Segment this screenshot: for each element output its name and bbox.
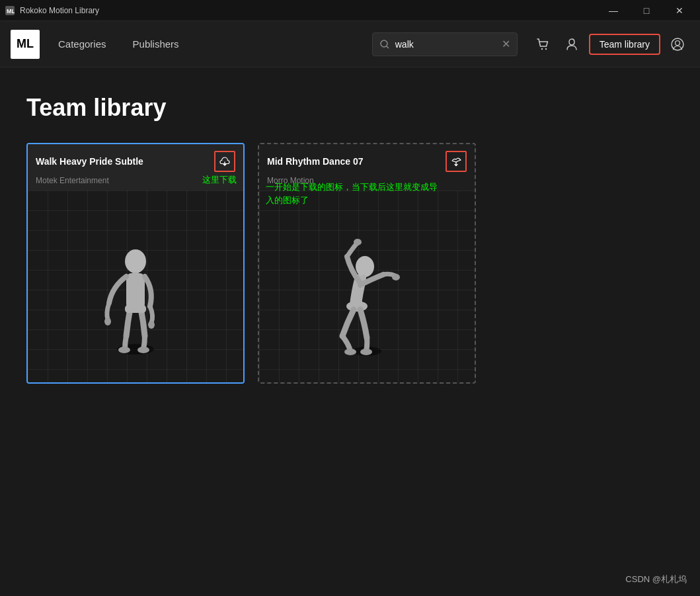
- team-library-button[interactable]: Team library: [589, 34, 660, 55]
- svg-rect-16: [125, 305, 146, 313]
- app-title: Rokoko Motion Library: [20, 6, 99, 15]
- maximize-button[interactable]: □: [631, 0, 662, 21]
- svg-point-13: [148, 321, 155, 329]
- svg-rect-9: [126, 273, 145, 310]
- card-1[interactable]: Walk Heavy Pride Subtle Motek Entertainm…: [26, 143, 245, 384]
- svg-point-10: [125, 249, 146, 273]
- card-1-subtitle: Motek Entertainment: [28, 176, 243, 191]
- card-2-figure: [317, 214, 416, 359]
- download-cloud-icon: [219, 155, 231, 167]
- search-clear-button[interactable]: ✕: [502, 38, 510, 50]
- svg-point-22: [344, 349, 356, 355]
- close-button[interactable]: ✕: [664, 0, 695, 21]
- card-2-title: Mid Rhythm Dance 07: [267, 156, 363, 167]
- import-icon: [450, 155, 462, 167]
- card-1-image: [28, 191, 243, 382]
- search-input[interactable]: [395, 39, 496, 50]
- svg-point-20: [392, 274, 400, 280]
- card-2-title-group: Mid Rhythm Dance 07: [267, 156, 363, 167]
- user-icon: [670, 37, 685, 52]
- person-button[interactable]: [560, 32, 584, 56]
- card-2-import-button[interactable]: [446, 151, 467, 172]
- cart-icon: [535, 37, 550, 52]
- page-title: Team library: [26, 94, 674, 122]
- nav-categories[interactable]: Categories: [53, 36, 112, 52]
- cards-grid: Walk Heavy Pride Subtle Motek Entertainm…: [26, 143, 674, 384]
- svg-point-15: [137, 347, 149, 353]
- search-icon: [379, 39, 390, 50]
- svg-point-21: [346, 301, 368, 312]
- svg-point-14: [118, 347, 130, 353]
- card-2-image: [259, 191, 475, 382]
- app-icon: ML: [5, 6, 15, 15]
- nav-right: Team library: [531, 32, 689, 56]
- svg-point-12: [104, 318, 111, 325]
- nav-bar: ML Categories Publishers ✕ Team library: [0, 21, 700, 67]
- card-1-title: Walk Heavy Pride Subtle: [36, 156, 143, 167]
- svg-point-19: [354, 239, 362, 245]
- title-bar-left: ML Rokoko Motion Library: [5, 6, 99, 15]
- card-1-title-group: Walk Heavy Pride Subtle: [36, 156, 143, 167]
- search-bar: ✕: [372, 32, 518, 56]
- window-controls: — □ ✕: [598, 0, 695, 21]
- main-content: Team library Walk Heavy Pride Subtle Mot…: [0, 67, 700, 397]
- nav-links: Categories Publishers: [53, 36, 359, 52]
- svg-point-4: [541, 48, 543, 49]
- svg-point-23: [360, 349, 372, 355]
- title-bar: ML Rokoko Motion Library — □ ✕: [0, 0, 700, 21]
- footer: CSDN @札札坞: [625, 574, 687, 585]
- svg-line-3: [386, 46, 389, 48]
- user-account-button[interactable]: [666, 32, 689, 56]
- card-1-header: Walk Heavy Pride Subtle: [28, 144, 243, 176]
- nav-publishers[interactable]: Publishers: [128, 36, 184, 52]
- minimize-button[interactable]: —: [598, 0, 629, 21]
- card-2-header: Mid Rhythm Dance 07: [259, 144, 475, 176]
- footer-text: CSDN @札札坞: [625, 574, 687, 584]
- card-2-subtitle: Morro Motion: [259, 176, 475, 191]
- svg-rect-11: [132, 272, 139, 278]
- svg-text:ML: ML: [7, 8, 15, 15]
- cart-button[interactable]: [531, 32, 555, 56]
- person-icon: [564, 37, 579, 52]
- card-1-download-button[interactable]: [214, 151, 235, 172]
- svg-point-18: [356, 256, 374, 277]
- card-2[interactable]: Mid Rhythm Dance 07 Morro Motion: [258, 143, 476, 384]
- app-logo[interactable]: ML: [11, 30, 40, 59]
- card-1-figure: [96, 214, 175, 359]
- svg-point-5: [545, 48, 547, 49]
- svg-point-7: [676, 40, 680, 45]
